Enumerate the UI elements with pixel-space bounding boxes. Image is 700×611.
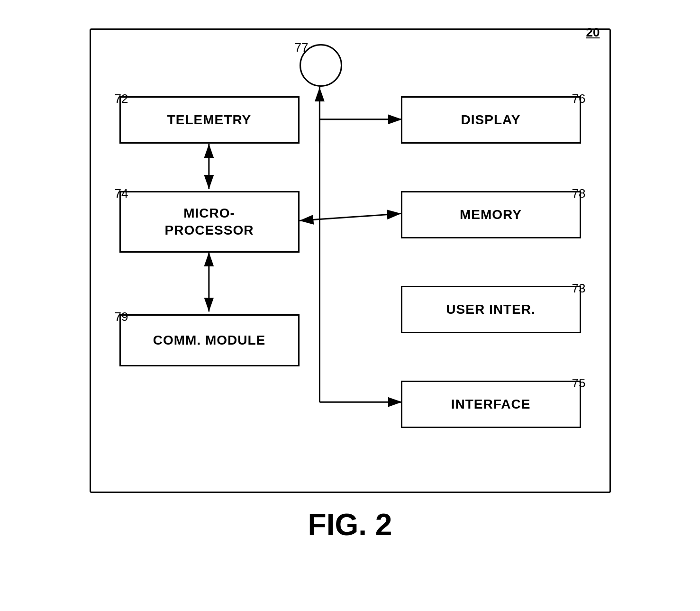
ref-79: 79	[115, 310, 128, 324]
ref-76: 76	[572, 91, 586, 106]
ref-78: 78	[572, 186, 586, 201]
telemetry-block: TELEMETRY	[119, 96, 300, 144]
telemetry-label: TELEMETRY	[167, 111, 252, 128]
ref-72: 72	[115, 91, 128, 106]
comm-block: COMM. MODULE	[119, 314, 300, 366]
display-block: DISPLAY	[401, 96, 581, 144]
ref-73: 73	[572, 281, 586, 296]
microprocessor-label: MICRO-PROCESSOR	[165, 205, 254, 239]
memory-block: MEMORY	[401, 191, 581, 238]
ref-74: 74	[115, 186, 128, 201]
diagram-outer: 20 77 TELEMETRY 72 MICRO-PROCESSOR 74 CO…	[90, 28, 611, 493]
fig-caption: FIG. 2	[308, 507, 392, 542]
microprocessor-block: MICRO-PROCESSOR	[119, 191, 300, 253]
userinter-label: USER INTER.	[446, 301, 535, 318]
label-20: 20	[586, 25, 600, 40]
comm-label: COMM. MODULE	[153, 332, 266, 349]
interface-block: INTERFACE	[401, 381, 581, 428]
svg-line-9	[299, 214, 401, 221]
memory-label: MEMORY	[460, 206, 522, 223]
interface-label: INTERFACE	[451, 396, 531, 413]
page-container: 20 77 TELEMETRY 72 MICRO-PROCESSOR 74 CO…	[0, 0, 700, 611]
userinter-block: USER INTER.	[401, 286, 581, 333]
display-label: DISPLAY	[461, 111, 521, 128]
ref-75: 75	[572, 376, 586, 391]
ref-77: 77	[295, 40, 309, 55]
